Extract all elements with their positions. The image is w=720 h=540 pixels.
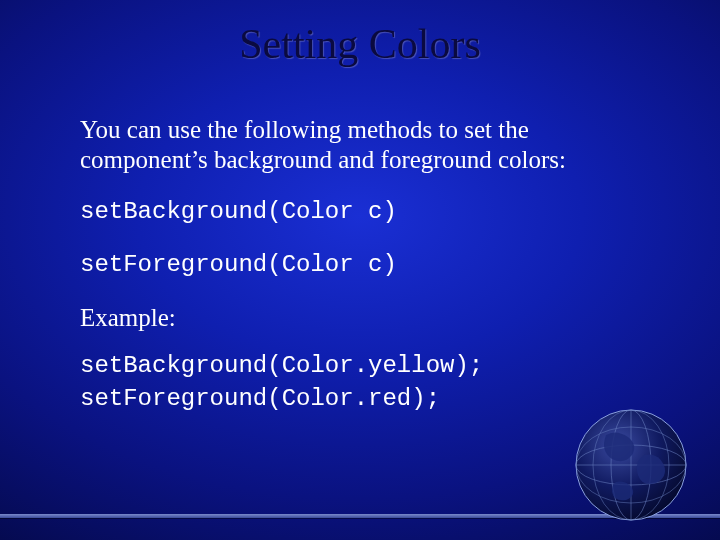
globe-icon	[566, 400, 696, 530]
slide-body: You can use the following methods to set…	[80, 115, 660, 418]
slide-title: Setting Colors	[0, 20, 720, 68]
spacer	[80, 231, 660, 251]
example-code-line-1: setBackground(Color.yellow);	[80, 352, 660, 379]
method-setforeground: setForeground(Color c)	[80, 251, 660, 278]
example-label: Example:	[80, 304, 660, 332]
method-setbackground: setBackground(Color c)	[80, 198, 660, 225]
intro-text: You can use the following methods to set…	[80, 115, 660, 174]
slide: Setting Colors You can use the following…	[0, 0, 720, 540]
